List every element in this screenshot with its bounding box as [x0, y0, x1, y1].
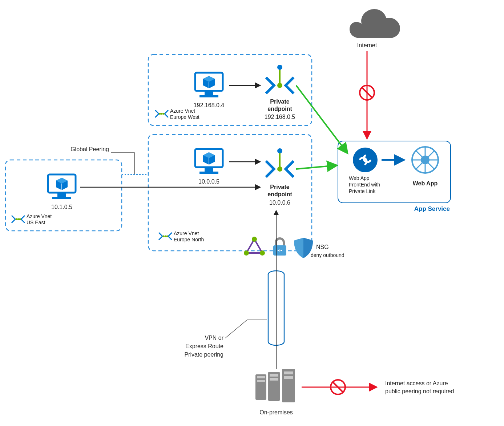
svg-rect-28 — [270, 374, 278, 377]
gateway-triangle-icon — [244, 237, 265, 256]
onprem-servers-icon — [255, 369, 295, 402]
vpn-callout-line — [225, 320, 267, 338]
vm-ip-euwest: 192.168.0.4 — [194, 102, 225, 108]
private-endpoint-icon — [266, 65, 294, 93]
vnet-badge-icon — [12, 216, 25, 223]
vnet-eunorth-name-1: Azure Vnet — [174, 230, 199, 236]
vnet-badge-icon — [159, 233, 172, 240]
svg-rect-31 — [284, 371, 293, 374]
nsg-sub-label: deny outbound — [311, 252, 344, 258]
svg-point-5 — [421, 156, 430, 164]
pe-title-euwest-1: Private — [270, 99, 289, 105]
vm-icon — [48, 174, 76, 199]
global-peering-label: Global Peering — [70, 146, 109, 152]
pe-title-euwest-2: endpoint — [267, 106, 292, 112]
vnet-europe-west: 192.168.0.4 Private endpoint 192.168.0.5… — [148, 55, 312, 125]
vm-ip-useast: 10.1.0.5 — [51, 204, 72, 210]
internet-cloud-icon — [350, 9, 400, 38]
frontend-label-3: Private Link — [349, 188, 376, 194]
vnet-europe-north: 10.0.0.5 Private endpoint 10.0.0.6 Azure… — [148, 134, 312, 251]
vnet-useast-name-1: Azure Vnet — [27, 213, 52, 219]
app-service-label: App Service — [414, 205, 450, 212]
shield-icon — [294, 238, 313, 258]
private-link-icon — [353, 148, 378, 172]
frontend-label-2: FrontEnd with — [349, 182, 380, 188]
vnet-euwest-name-2: Europe West — [170, 114, 199, 120]
svg-point-19 — [252, 237, 257, 242]
vm-ip-eunorth: 10.0.0.5 — [198, 178, 219, 185]
vnet-us-east: 10.1.0.5 Azure Vnet US East — [5, 160, 122, 231]
pe-title-eunorth-2: endpoint — [267, 191, 292, 197]
frontend-label-1: Web App — [349, 175, 370, 181]
onprem-label: On-premises — [259, 409, 293, 415]
svg-point-21 — [244, 250, 249, 256]
vm-icon — [195, 73, 223, 97]
architecture-diagram: Internet App Service Web App FrontEnd wi… — [0, 0, 504, 426]
svg-rect-32 — [284, 376, 293, 379]
lock-icon — [273, 238, 286, 256]
svg-rect-25 — [257, 376, 265, 378]
svg-point-20 — [260, 250, 265, 256]
web-app-icon — [412, 147, 438, 173]
vnet-useast-name-2: US East — [27, 220, 45, 225]
vpn-label-2: Express Route — [185, 343, 223, 349]
vm-icon — [195, 149, 223, 174]
app-service-group: App Service Web App FrontEnd with Privat… — [338, 141, 451, 212]
onprem-note-1: Internet access or Azure — [385, 380, 448, 386]
vnet-eunorth-name-2: Europe North — [174, 237, 204, 242]
arrow-euwest-pe-to-app — [296, 85, 347, 153]
arrow-eunorth-pe-to-app — [296, 165, 336, 169]
vpn-label-1: VPN or — [205, 335, 223, 341]
svg-point-3 — [353, 148, 378, 172]
pe-ip-eunorth: 10.0.0.6 — [269, 200, 290, 206]
vnet-badge-icon — [155, 110, 168, 117]
onprem-note-2: public peering not required — [385, 388, 454, 394]
pe-title-eunorth-1: Private — [270, 184, 289, 190]
web-app-label: Web App — [413, 180, 438, 186]
private-endpoint-icon — [266, 148, 294, 177]
pe-ip-euwest: 192.168.0.5 — [265, 114, 295, 120]
svg-rect-22 — [273, 245, 286, 256]
vpn-label-3: Private peering — [184, 351, 223, 358]
internet-label: Internet — [357, 42, 377, 48]
svg-rect-29 — [270, 378, 278, 381]
vpn-pipe — [268, 211, 284, 369]
nsg-label: NSG — [316, 244, 329, 250]
svg-rect-26 — [257, 380, 265, 382]
vnet-euwest-name-1: Azure Vnet — [170, 108, 195, 114]
